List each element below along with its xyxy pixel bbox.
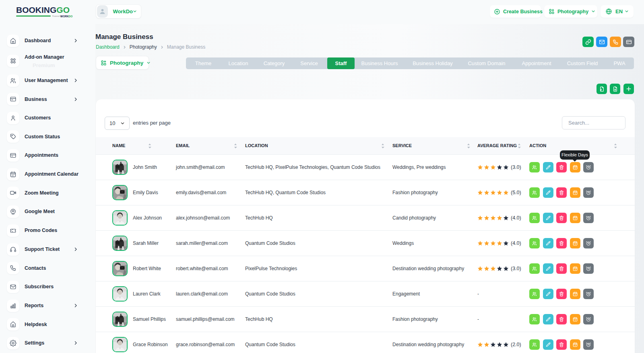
svg-text:BOOKINGGO: BOOKINGGO bbox=[16, 6, 70, 14]
svg-text:WORKDO: WORKDO bbox=[60, 15, 72, 18]
